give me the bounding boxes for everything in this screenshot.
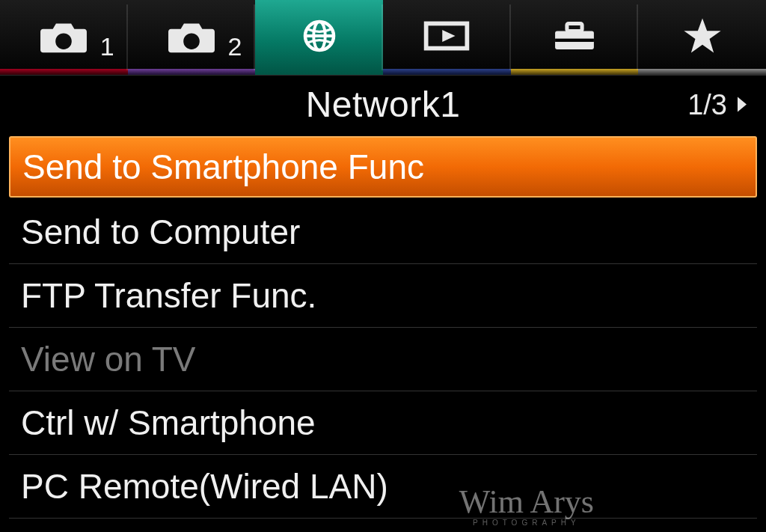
page-title-row: Network1 1/3 [0,75,766,133]
tab-bar: 1 2 [0,0,766,75]
setup-tab[interactable] [511,0,639,75]
menu-item-label: Send to Smartphone Func [22,147,424,187]
menu-item-label: View on TV [21,339,196,379]
playback-tab[interactable] [383,0,511,75]
globe-icon [292,15,346,60]
menu-item-view-on-tv: View on TV [9,328,757,391]
tab-underline [128,69,256,75]
menu-item-send-to-smartphone[interactable]: Send to Smartphone Func [9,136,757,198]
camera-2-tab[interactable]: 2 [128,0,256,75]
tab-underline [511,69,639,75]
menu-item-ftp-transfer[interactable]: FTP Transfer Func. [9,264,757,328]
menu-item-label: Send to Computer [21,212,300,252]
tab-underline [0,69,128,75]
camera-1-tab[interactable]: 1 [0,0,128,75]
tab-underline [383,69,511,75]
svg-rect-7 [555,39,594,42]
menu-item-label: PC Remote(Wired LAN) [21,466,388,507]
chevron-right-icon [738,97,747,112]
playback-icon [420,15,474,60]
network-tab[interactable] [255,0,383,75]
tab-badge: 1 [100,32,114,61]
tab-badge: 2 [227,32,242,61]
menu-list: Send to Smartphone Func Send to Computer… [0,136,766,519]
svg-rect-6 [567,23,582,31]
tab-underline [638,69,766,75]
camera-icon [165,15,218,60]
my-menu-tab[interactable] [638,0,766,75]
svg-marker-8 [684,18,720,52]
watermark-sub: PHOTOGRAPHY [459,521,594,525]
star-icon [675,15,729,60]
camera-icon [37,15,91,60]
svg-marker-4 [443,30,456,42]
page-title: Network1 [306,84,461,125]
menu-item-ctrl-smartphone[interactable]: Ctrl w/ Smartphone [9,391,757,455]
menu-item-pc-remote[interactable]: PC Remote(Wired LAN) [9,455,757,519]
menu-item-label: Ctrl w/ Smartphone [21,403,316,443]
menu-item-send-to-computer[interactable]: Send to Computer [9,201,757,264]
page-index: 1/3 [687,88,727,120]
toolbox-icon [548,15,601,60]
menu-item-label: FTP Transfer Func. [21,275,316,316]
page-indicator[interactable]: 1/3 [687,88,747,120]
